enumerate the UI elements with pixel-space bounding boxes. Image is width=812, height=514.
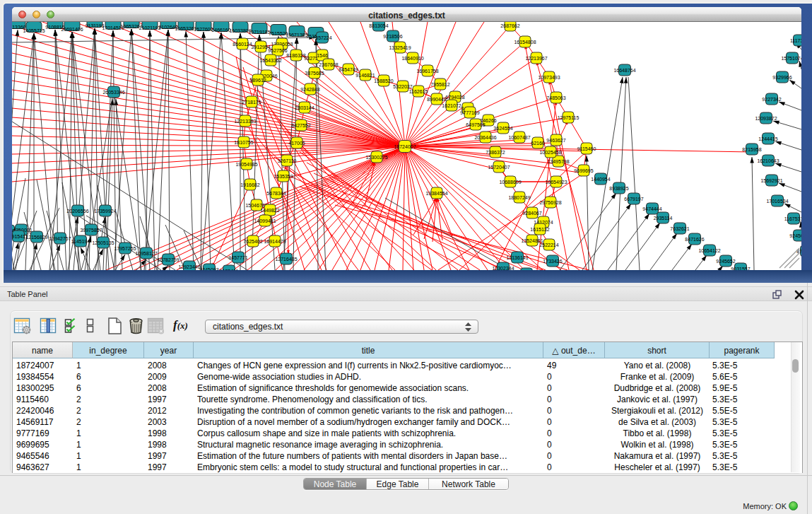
svg-text:8471626: 8471626 bbox=[685, 237, 704, 242]
svg-text:16154808: 16154808 bbox=[514, 40, 536, 45]
svg-text:12213383: 12213383 bbox=[234, 119, 256, 124]
svg-text:1117331: 1117331 bbox=[790, 38, 801, 43]
svg-text:8123411: 8123411 bbox=[220, 269, 239, 270]
svg-text:16961758: 16961758 bbox=[416, 69, 438, 74]
svg-text:10654122: 10654122 bbox=[698, 248, 720, 253]
svg-text:10973493: 10973493 bbox=[538, 75, 560, 80]
svg-text:2935114: 2935114 bbox=[654, 216, 673, 221]
svg-text:989612: 989612 bbox=[249, 78, 266, 83]
svg-text:9245093: 9245093 bbox=[199, 267, 218, 270]
svg-text:39975857: 39975857 bbox=[80, 228, 102, 233]
svg-text:9242848: 9242848 bbox=[300, 87, 319, 92]
svg-text:2522214: 2522214 bbox=[539, 243, 558, 247]
svg-text:16543362: 16543362 bbox=[259, 58, 281, 63]
svg-text:8215958: 8215958 bbox=[742, 147, 761, 152]
svg-text:13716485: 13716485 bbox=[275, 257, 297, 262]
svg-text:3875685: 3875685 bbox=[305, 71, 324, 76]
svg-text:6497568: 6497568 bbox=[466, 122, 485, 127]
svg-text:417005: 417005 bbox=[288, 141, 305, 146]
svg-text:1546: 1546 bbox=[317, 53, 328, 58]
svg-text:10958127: 10958127 bbox=[135, 251, 157, 256]
svg-text:1615132: 1615132 bbox=[530, 227, 549, 232]
svg-text:9474444: 9474444 bbox=[642, 206, 661, 211]
svg-text:9457771: 9457771 bbox=[228, 255, 247, 260]
svg-text:10025458: 10025458 bbox=[539, 150, 561, 155]
svg-text:8427552: 8427552 bbox=[291, 123, 310, 128]
svg-text:9329966: 9329966 bbox=[772, 75, 792, 80]
svg-text:17359924: 17359924 bbox=[94, 209, 116, 214]
svg-text:6679197: 6679197 bbox=[624, 197, 643, 201]
svg-text:14055715: 14055715 bbox=[23, 28, 45, 33]
svg-text:17016534: 17016534 bbox=[766, 199, 788, 204]
svg-text:20364436: 20364436 bbox=[474, 135, 496, 140]
svg-text:12923446: 12923446 bbox=[178, 264, 200, 269]
svg-text:20206556: 20206556 bbox=[66, 209, 88, 214]
svg-text:9284067: 9284067 bbox=[522, 211, 541, 216]
svg-text:19054985: 19054985 bbox=[235, 162, 257, 167]
svg-text:13942757: 13942757 bbox=[49, 236, 71, 241]
svg-text:8186328: 8186328 bbox=[286, 53, 305, 58]
svg-text:3267110: 3267110 bbox=[278, 158, 297, 163]
svg-text:29756928: 29756928 bbox=[539, 200, 561, 205]
svg-text:16210643: 16210643 bbox=[757, 158, 779, 163]
svg-text:10671385: 10671385 bbox=[286, 33, 307, 37]
svg-text:15720407: 15720407 bbox=[488, 165, 510, 170]
svg-text:14136141: 14136141 bbox=[506, 255, 528, 260]
svg-text:8660124: 8660124 bbox=[233, 42, 252, 47]
svg-text:18807249: 18807249 bbox=[508, 195, 530, 200]
svg-text:9218506: 9218506 bbox=[383, 34, 402, 39]
svg-text:7632621: 7632621 bbox=[670, 226, 689, 231]
svg-text:9463627: 9463627 bbox=[546, 138, 565, 143]
svg-text:13325419: 13325419 bbox=[389, 45, 411, 50]
svg-text:1588520: 1588520 bbox=[374, 78, 393, 83]
svg-text:1167531: 1167531 bbox=[784, 216, 801, 221]
svg-text:5678344: 5678344 bbox=[266, 191, 286, 196]
svg-text:7357224: 7357224 bbox=[312, 35, 331, 40]
svg-text:6794028: 6794028 bbox=[445, 95, 464, 100]
svg-text:10688609: 10688609 bbox=[499, 180, 521, 185]
svg-text:7386372: 7386372 bbox=[486, 150, 505, 155]
svg-text:1621072: 1621072 bbox=[442, 103, 461, 108]
svg-text:8938925: 8938925 bbox=[609, 186, 628, 191]
svg-text:8813054: 8813054 bbox=[369, 23, 388, 28]
svg-text:7955812: 7955812 bbox=[430, 82, 449, 87]
svg-text:15300275: 15300275 bbox=[365, 155, 387, 160]
svg-text:9245012: 9245012 bbox=[789, 233, 801, 238]
svg-text:12093872: 12093872 bbox=[755, 116, 777, 121]
svg-text:62160: 62160 bbox=[531, 141, 545, 146]
svg-text:1449822: 1449822 bbox=[260, 208, 279, 213]
svg-text:8454749: 8454749 bbox=[339, 67, 358, 72]
svg-text:12213967: 12213967 bbox=[525, 56, 547, 61]
svg-text:12505135: 12505135 bbox=[92, 240, 114, 245]
svg-text:1810755: 1810755 bbox=[234, 140, 253, 145]
svg-text:13495798: 13495798 bbox=[547, 159, 569, 164]
svg-text:2687662: 2687662 bbox=[500, 23, 519, 28]
svg-text:9777169: 9777169 bbox=[460, 110, 479, 115]
svg-text:10654923: 10654923 bbox=[545, 180, 567, 185]
svg-text:19384554: 19384554 bbox=[425, 191, 447, 196]
svg-text:9699695: 9699695 bbox=[574, 168, 593, 173]
svg-text:12302344: 12302344 bbox=[492, 266, 514, 270]
svg-text:1535359: 1535359 bbox=[273, 174, 293, 179]
svg-text:6466160: 6466160 bbox=[211, 28, 230, 33]
svg-text:3624554: 3624554 bbox=[493, 126, 512, 131]
svg-text:7625402: 7625402 bbox=[243, 239, 262, 244]
svg-text:1916682: 1916682 bbox=[240, 182, 259, 187]
svg-text:2718176: 2718176 bbox=[242, 100, 261, 105]
svg-text:9245652: 9245652 bbox=[716, 259, 735, 264]
svg-text:15692921: 15692921 bbox=[760, 178, 782, 183]
svg-text:12975115: 12975115 bbox=[558, 115, 579, 120]
svg-text:1244415: 1244415 bbox=[758, 136, 777, 141]
svg-text:5322037: 5322037 bbox=[393, 84, 412, 89]
svg-text:1145194: 1145194 bbox=[71, 239, 90, 244]
svg-text:21021193: 21021193 bbox=[139, 25, 161, 30]
svg-text:18724007: 18724007 bbox=[394, 144, 416, 149]
svg-text:8990448: 8990448 bbox=[427, 97, 446, 102]
svg-text:9527506: 9527506 bbox=[268, 48, 287, 53]
svg-text:9146821: 9146821 bbox=[355, 73, 375, 78]
svg-text:26053346: 26053346 bbox=[102, 90, 124, 95]
svg-text:9031557: 9031557 bbox=[731, 267, 750, 270]
svg-text:2367608: 2367608 bbox=[319, 62, 338, 67]
svg-text:1733426: 1733426 bbox=[543, 259, 562, 264]
svg-text:16914479: 16914479 bbox=[264, 239, 286, 244]
